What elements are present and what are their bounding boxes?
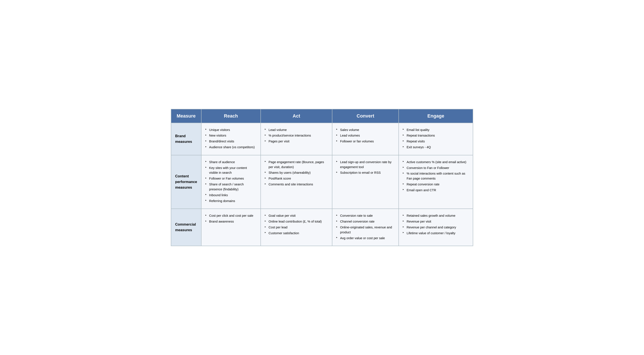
list-item: Cost per click and cost per sale	[206, 213, 256, 218]
list-item: Pages per visit	[265, 139, 328, 144]
cell-engage-2: Retained sales growth and volumeRevenue …	[399, 209, 473, 246]
cell-reach-1: Share of audienceKey sites with your con…	[201, 155, 261, 209]
list-item: Customer satisfaction	[265, 231, 328, 236]
table-row: Content performance measuresShare of aud…	[171, 155, 473, 209]
list-item: Retained sales growth and volume	[403, 213, 469, 218]
list-item: Brand/direct visits	[206, 139, 256, 144]
main-table-wrapper: Measure Reach Act Convert Engage Brand m…	[171, 109, 473, 246]
list-convert-0: Sales volumeLead volumesFollower or fan …	[336, 128, 394, 144]
list-item: PostRank score	[265, 176, 328, 181]
list-item: Online lead contribution (£, % of total)	[265, 219, 328, 224]
list-item: Inbound links	[206, 193, 256, 198]
list-item: Follower or fan volumes	[336, 139, 394, 144]
list-item: Repeat conversion rate	[403, 182, 469, 187]
list-item: Page engagement rate (Bounce, pages per …	[265, 160, 328, 170]
table-row: Commercial measuresCost per click and co…	[171, 209, 473, 246]
cell-convert-0: Sales volumeLead volumesFollower or fan …	[332, 123, 399, 155]
list-item: Active customers % (site and email activ…	[403, 160, 469, 165]
list-item: % product/service interactions	[265, 133, 328, 138]
list-item: Brand awareness	[206, 219, 256, 224]
list-item: Conversion to Fan or Follower	[403, 166, 469, 170]
list-item: Lifetime value of customer / loyalty	[403, 231, 469, 236]
cell-convert-1: Lead sign-up and conversion rate by enga…	[332, 155, 399, 209]
list-reach-2: Cost per click and cost per saleBrand aw…	[206, 213, 256, 224]
list-item: Subscription to email or RSS	[336, 170, 394, 175]
list-engage-0: Email list qualityRepeat transactionsRep…	[403, 128, 469, 150]
measures-table: Measure Reach Act Convert Engage Brand m…	[171, 109, 473, 246]
cell-act-2: Goal value per visitOnline lead contribu…	[261, 209, 332, 246]
list-item: Lead volumes	[336, 133, 394, 138]
list-item: Key sites with your content visible in s…	[206, 166, 256, 175]
list-act-1: Page engagement rate (Bounce, pages per …	[265, 160, 328, 187]
list-reach-1: Share of audienceKey sites with your con…	[206, 160, 256, 204]
list-item: Conversion rate to sale	[336, 213, 394, 218]
list-item: Revenue per channel and category	[403, 225, 469, 230]
cell-engage-0: Email list qualityRepeat transactionsRep…	[399, 123, 473, 155]
cell-act-0: Lead volume% product/service interaction…	[261, 123, 332, 155]
list-item: Repeat transactions	[403, 133, 469, 138]
list-item: Repeat visits	[403, 139, 469, 144]
list-item: Lead volume	[265, 128, 328, 132]
list-item: Audience share (vs competitors)	[206, 145, 256, 150]
list-item: Follower or Fan volumes	[206, 176, 256, 181]
header-act: Act	[261, 109, 332, 123]
cell-measure-0: Brand measures	[171, 123, 201, 155]
list-item: Share of audience	[206, 160, 256, 165]
header-measure: Measure	[171, 109, 201, 123]
list-item: % social interactions with content such …	[403, 171, 469, 181]
list-item: Avg order value or cost per sale	[336, 236, 394, 241]
list-convert-1: Lead sign-up and conversion rate by enga…	[336, 160, 394, 175]
list-item: Email open and CTR	[403, 188, 469, 193]
list-item: Unique visitors	[206, 128, 256, 132]
list-item: Share of search / search presence (finda…	[206, 182, 256, 192]
list-act-0: Lead volume% product/service interaction…	[265, 128, 328, 144]
header-reach: Reach	[201, 109, 261, 123]
list-item: Comments and site interactions	[265, 182, 328, 187]
list-item: Lead sign-up and conversion rate by enga…	[336, 160, 394, 170]
table-row: Brand measuresUnique visitorsNew visitor…	[171, 123, 473, 155]
list-item: Channel conversion rate	[336, 219, 394, 224]
cell-act-1: Page engagement rate (Bounce, pages per …	[261, 155, 332, 209]
list-item: Goal value per visit	[265, 213, 328, 218]
list-item: Referring domains	[206, 199, 256, 204]
list-item: Cost per lead	[265, 225, 328, 230]
list-item: New visitors	[206, 133, 256, 138]
cell-convert-2: Conversion rate to saleChannel conversio…	[332, 209, 399, 246]
list-act-2: Goal value per visitOnline lead contribu…	[265, 213, 328, 235]
list-engage-1: Active customers % (site and email activ…	[403, 160, 469, 193]
list-item: Sales volume	[336, 128, 394, 132]
list-reach-0: Unique visitorsNew visitorsBrand/direct …	[206, 128, 256, 150]
cell-measure-2: Commercial measures	[171, 209, 201, 246]
list-convert-2: Conversion rate to saleChannel conversio…	[336, 213, 394, 240]
list-engage-2: Retained sales growth and volumeRevenue …	[403, 213, 469, 235]
list-item: Email list quality	[403, 128, 469, 132]
cell-engage-1: Active customers % (site and email activ…	[399, 155, 473, 209]
header-engage: Engage	[399, 109, 473, 123]
cell-reach-2: Cost per click and cost per saleBrand aw…	[201, 209, 261, 246]
list-item: Exit surveys - 4Q	[403, 145, 469, 150]
cell-reach-0: Unique visitorsNew visitorsBrand/direct …	[201, 123, 261, 155]
list-item: Online-originated sales, revenue and pro…	[336, 225, 394, 235]
cell-measure-1: Content performance measures	[171, 155, 201, 209]
list-item: Revenue per visit	[403, 219, 469, 224]
header-convert: Convert	[332, 109, 399, 123]
list-item: Shares by users (shareability)	[265, 170, 328, 175]
